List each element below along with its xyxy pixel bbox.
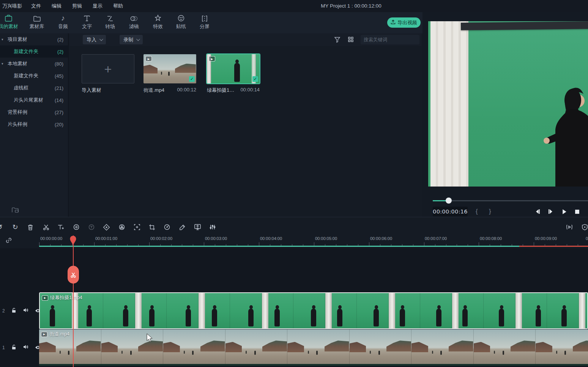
lock-icon[interactable] [11,307,16,315]
media-item-greenscreen[interactable]: ▶ ✓ 绿幕拍摄1… 00:00:14 [207,54,260,94]
caret-down-icon[interactable]: ▾ [2,62,6,66]
tab-audio[interactable]: ♪ 音频 [51,14,75,33]
menu-view[interactable]: 显示 [87,0,108,12]
star-wand-icon [154,14,162,22]
caret-down-icon[interactable]: ▾ [2,38,6,41]
filmora-app: 万兴喵影 文件 编辑 剪辑 显示 帮助 MY Project 1 : 00:00… [0,0,588,367]
timeline-section: ↺ ↻ [0,217,588,367]
sidebar-item-new-folder-local[interactable]: 新建文件夹 (45) [0,70,68,82]
split-playhead-button[interactable] [68,266,79,284]
clip-filmstrip [39,329,588,364]
video-badge-icon: ▶ [42,295,48,301]
play-button[interactable] [560,208,568,215]
media-toolbar: 导入 录制 [69,33,421,46]
import-button[interactable]: 导入 [83,35,106,44]
feature-tabbar: 我的素材 素材库 ♪ 音频 文字 转场 滤镜 [0,12,422,33]
sidebar-item-local-media[interactable]: ▾ 本地素材 (80) [0,58,68,70]
stop-button[interactable] [573,208,581,215]
delete-icon[interactable] [26,223,35,232]
tab-stock-media[interactable]: 素材库 [25,14,49,33]
audio-detach-icon[interactable] [72,223,81,232]
tab-label: 滤镜 [129,23,139,30]
playhead-marker[interactable] [70,236,76,246]
color-correction-icon[interactable] [117,223,126,232]
tab-split-screen[interactable]: 分屏 [192,14,217,33]
shield-icon[interactable] [580,223,588,232]
previous-frame-button[interactable] [534,208,541,215]
menu-file[interactable]: 文件 [26,0,46,12]
timeline-tracks: 2 1 [0,248,588,367]
transition-icon [106,14,114,22]
redo-icon[interactable]: ↻ [11,223,20,232]
lock-icon[interactable] [11,344,16,351]
tab-transition[interactable]: 转场 [98,14,122,33]
preview-timecode: 00:00:00:16 [433,207,468,216]
record-button[interactable]: 录制 [120,35,143,44]
tab-filters[interactable]: 滤镜 [122,14,146,33]
menu-bar: 万兴喵影 文件 编辑 剪辑 显示 帮助 MY Project 1 : 00:00… [0,0,588,12]
sidebar-item-intro-outro[interactable]: 片头片尾素材 (14) [0,94,68,106]
menu-clip[interactable]: 剪辑 [67,0,87,12]
preview-seekbar[interactable] [433,200,588,201]
person-silhouette [536,85,588,187]
tab-effects[interactable]: 特效 [146,14,170,33]
greenscreen-thumbnail[interactable]: ▶ ✓ [207,54,260,83]
undo-icon[interactable]: ↺ [0,223,4,232]
mark-out-button[interactable]: } [489,207,491,216]
chevron-down-icon [136,37,140,41]
chevron-down-icon [99,37,103,41]
timeline-clip-greenscreen[interactable]: ▶ 绿幕拍摄1.mp4 [39,292,588,329]
import-media-card[interactable]: + 导入素材 [82,54,134,94]
unrendered-indicator [519,246,588,247]
speed-icon[interactable] [162,223,172,232]
new-folder-icon[interactable] [11,207,19,215]
next-frame-button[interactable] [547,208,555,215]
rendered-indicator [39,246,519,247]
sidebar-item-project-media[interactable]: ▾ 项目素材 (2) [0,33,68,45]
sidebar-item-background-samples[interactable]: 背景样例 (27) [0,106,68,118]
text-tool-disabled-icon [87,223,96,232]
street-thumbnail[interactable]: ▶ ✓ [143,54,196,83]
crop-icon[interactable] [147,223,156,232]
keyframe-icon[interactable] [102,223,111,232]
track-number: 1 [2,345,5,350]
render-preview-icon[interactable] [565,223,574,232]
studio-ceiling-bar [461,21,588,30]
tab-label: 特效 [153,23,163,30]
sidebar-item-new-folder-project[interactable]: 新建文件夹 (2) [0,45,68,58]
mute-icon[interactable] [23,307,28,314]
seekbar-thumb[interactable] [446,198,452,204]
media-item-street[interactable]: ▶ ✓ 街道.mp4 00:00:12 [143,54,196,94]
playhead-line[interactable] [73,235,74,367]
media-item-name: 绿幕拍摄1… [207,87,234,94]
menu-help[interactable]: 帮助 [108,0,128,12]
export-video-button[interactable]: 导出视频 [387,17,421,28]
adjust-sliders-icon[interactable] [208,223,217,232]
export-label: 导出视频 [397,19,417,26]
tab-my-media[interactable]: 我的素材 [0,14,20,33]
sidebar-item-intro-samples[interactable]: 片头样例 (20) [0,118,68,130]
preview-video[interactable] [428,21,588,187]
filter-icon[interactable] [334,36,341,44]
briefcase-icon [5,14,13,22]
menu-edit[interactable]: 编辑 [46,0,67,12]
chroma-key-picker-icon[interactable] [178,223,187,232]
import-placeholder[interactable]: + [82,54,134,83]
tab-text[interactable]: 文字 [75,14,99,33]
timeline-clip-street[interactable]: ▶ 街道.mp4 [39,329,588,366]
search-input[interactable] [361,37,428,42]
mouse-cursor [147,333,153,342]
media-item-duration: 00:00:12 [177,87,196,94]
sidebar-item-dashed-box[interactable]: 虚线框 (21) [0,82,68,94]
add-text-icon[interactable] [56,223,65,232]
grid-view-icon[interactable] [348,36,354,44]
upload-icon [391,20,396,26]
mute-icon[interactable] [23,344,28,351]
track-header-1: 1 [0,329,38,366]
track-header-2: 2 [0,293,38,329]
split-scissors-icon[interactable] [41,223,50,232]
tab-stickers[interactable]: 贴纸 [169,14,193,33]
add-marker-icon[interactable] [132,223,142,232]
mark-in-button[interactable]: { [476,207,478,216]
pip-record-icon[interactable] [193,223,202,232]
